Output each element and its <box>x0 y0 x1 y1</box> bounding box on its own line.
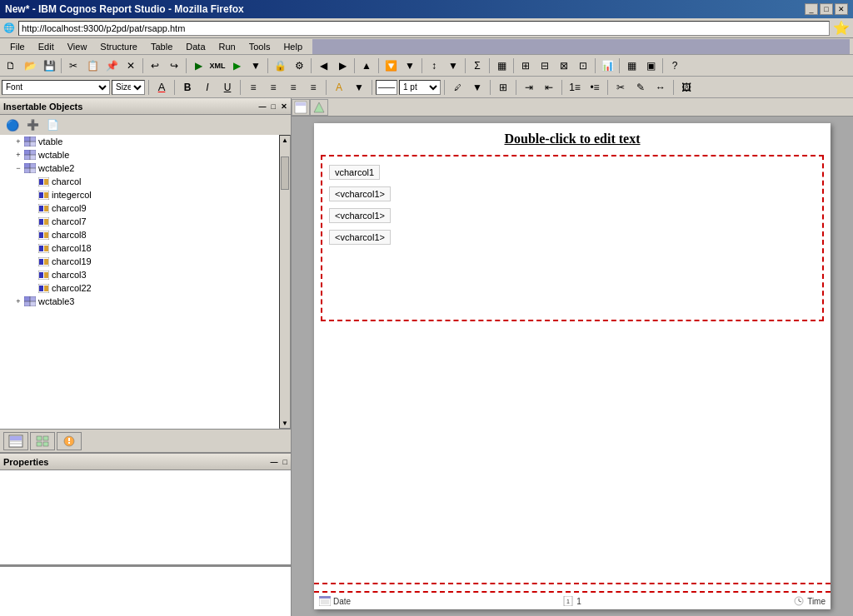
insert-source-btn[interactable]: 🔵 <box>3 116 22 134</box>
border-color-button[interactable]: 🖊 <box>448 78 466 97</box>
tree-item-charcol[interactable]: charcol <box>0 175 279 188</box>
filter-options[interactable]: ▼ <box>401 57 419 75</box>
open-button[interactable]: 📂 <box>21 57 39 75</box>
copy-button[interactable]: 📋 <box>83 57 102 75</box>
menu-table[interactable]: Table <box>144 40 179 53</box>
table-btn3[interactable]: ⊠ <box>555 57 573 75</box>
tree-item-charcol22[interactable]: charcol22 <box>0 281 279 295</box>
up-button[interactable]: ▲ <box>357 57 376 75</box>
canvas-btn2[interactable] <box>310 99 328 116</box>
underline-button[interactable]: U <box>218 78 237 97</box>
table-btn2[interactable]: ⊟ <box>536 57 554 75</box>
expand-vtable[interactable]: + <box>13 137 23 146</box>
insert-add-btn[interactable]: ➕ <box>23 116 42 134</box>
forward-button[interactable]: ▶ <box>333 57 352 75</box>
tree-item-charcol18[interactable]: charcol18 <box>0 241 279 255</box>
tree-item-charcol9[interactable]: charcol9 <box>0 201 279 215</box>
table-btn4[interactable]: ⊡ <box>574 57 592 75</box>
expand-wctable[interactable]: + <box>13 151 23 159</box>
tree-item-wctable[interactable]: + wctable <box>0 148 279 161</box>
help-button[interactable]: ? <box>666 57 684 75</box>
tree-item-wctable3[interactable]: + wctable3 <box>0 295 279 308</box>
settings-button[interactable]: ⚙ <box>290 57 308 75</box>
run-button[interactable]: ▶ <box>227 57 246 75</box>
delete-button[interactable]: ✕ <box>122 57 140 75</box>
table-btn[interactable]: ⊞ <box>494 78 512 97</box>
sort-options[interactable]: ▼ <box>444 57 462 75</box>
menu-help[interactable]: Help <box>277 40 309 53</box>
address-input[interactable] <box>18 21 830 36</box>
filter-button[interactable]: 🔽 <box>382 57 400 75</box>
xml-button[interactable]: XML <box>208 57 227 75</box>
data-cell-1[interactable]: <vcharcol1> <box>329 186 391 201</box>
highlight-button[interactable]: A <box>330 78 348 97</box>
props-minimize[interactable]: — <box>271 458 278 466</box>
tree-item-charcol7[interactable]: charcol7 <box>0 215 279 228</box>
save-button[interactable]: 💾 <box>40 57 58 75</box>
grid-btn1[interactable]: ▦ <box>622 57 641 75</box>
menu-edit[interactable]: Edit <box>32 40 61 53</box>
tab-toolbox[interactable] <box>57 432 82 450</box>
tree-item-charcol3[interactable]: charcol3 <box>0 268 279 281</box>
tree-item-charcol19[interactable]: charcol19 <box>0 255 279 268</box>
go-button[interactable]: ⭐ <box>833 20 850 36</box>
expand-wctable2[interactable]: − <box>13 164 23 172</box>
data-cell-3[interactable]: <vcharcol1> <box>329 230 391 245</box>
panel-close[interactable]: ✕ <box>281 102 287 111</box>
bullet-list[interactable]: •≡ <box>586 78 604 97</box>
props-maximize[interactable]: □ <box>283 458 287 466</box>
close-button[interactable]: ✕ <box>835 3 848 15</box>
size-select[interactable]: Size <box>112 80 145 95</box>
indent-decrease[interactable]: ⇤ <box>540 78 558 97</box>
panel-maximize[interactable]: □ <box>272 102 276 111</box>
canvas-btn1[interactable] <box>292 99 310 116</box>
panel-controls[interactable]: — □ ✕ <box>259 102 287 111</box>
sum-button[interactable]: Σ <box>468 57 486 75</box>
numbered-list[interactable]: 1≡ <box>566 78 584 97</box>
menu-tools[interactable]: Tools <box>242 40 277 53</box>
indent-increase[interactable]: ⇥ <box>520 78 538 97</box>
table-btn1[interactable]: ⊞ <box>516 57 535 75</box>
chart-button[interactable]: 📊 <box>598 57 616 75</box>
cut-button[interactable]: ✂ <box>64 57 82 75</box>
tab-source[interactable] <box>3 432 28 450</box>
new-button[interactable]: 🗋 <box>2 57 20 75</box>
sort-button[interactable]: ↕ <box>425 57 443 75</box>
image-button[interactable]: 🖼 <box>677 78 696 97</box>
insert-options-btn[interactable]: 📄 <box>43 116 62 134</box>
grid-btn2[interactable]: ▣ <box>641 57 660 75</box>
highlight-options[interactable]: ▼ <box>350 78 368 97</box>
format-btn1[interactable]: ✂ <box>611 78 630 97</box>
preview-button[interactable]: ▶ <box>189 57 207 75</box>
menu-view[interactable]: View <box>61 40 94 53</box>
tree-item-vtable[interactable]: + vtable <box>0 135 279 148</box>
report-body[interactable]: vcharcol1 <vcharcol1> <vcharcol1> <vchar… <box>321 155 824 321</box>
undo-button[interactable]: ↩ <box>146 57 164 75</box>
menu-run[interactable]: Run <box>212 40 242 53</box>
tree-item-integercol[interactable]: integercol <box>0 188 279 201</box>
paste-button[interactable]: 📌 <box>102 57 121 75</box>
run-options[interactable]: ▼ <box>247 57 265 75</box>
scroll-up[interactable]: ▲ <box>281 136 289 145</box>
window-controls[interactable]: _ □ ✕ <box>805 3 848 15</box>
menu-structure[interactable]: Structure <box>93 40 144 53</box>
italic-button[interactable]: I <box>198 78 217 97</box>
canvas-page[interactable]: Double-click to edit text vcharcol1 <vch… <box>314 123 831 609</box>
align-left[interactable]: ≡ <box>244 78 262 97</box>
format-btn3[interactable]: ↔ <box>651 78 670 97</box>
border-select[interactable]: —— <box>377 82 397 92</box>
menu-file[interactable]: File <box>3 40 32 53</box>
maximize-button[interactable]: □ <box>820 3 833 15</box>
font-color-button[interactable]: A <box>152 78 171 97</box>
scroll-thumb[interactable] <box>281 156 289 190</box>
lock-button[interactable]: 🔒 <box>271 57 289 75</box>
border-options[interactable]: ▼ <box>468 78 486 97</box>
scroll-down[interactable]: ▼ <box>281 419 289 428</box>
panel-minimize[interactable]: — <box>259 102 267 111</box>
canvas-title[interactable]: Double-click to edit text <box>314 123 831 152</box>
font-select[interactable]: Font <box>2 80 110 95</box>
format-btn2[interactable]: ✎ <box>631 78 650 97</box>
linesize-select[interactable]: 1 pt <box>399 80 441 95</box>
tab-objects[interactable] <box>30 432 55 450</box>
tree-item-charcol8[interactable]: charcol8 <box>0 228 279 241</box>
